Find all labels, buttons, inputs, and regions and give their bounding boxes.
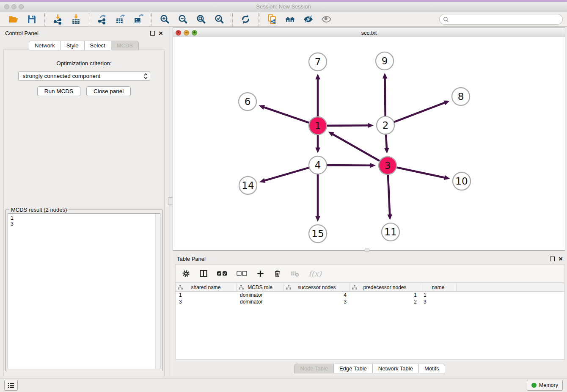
tab-edge-table[interactable]: Edge Table [333, 364, 373, 373]
first-neighbors-icon[interactable] [284, 13, 296, 25]
table-row[interactable]: 3dominator323 [176, 298, 564, 305]
cell-predecessor-nodes[interactable]: 1 [350, 292, 420, 298]
result-scrollbar[interactable] [155, 214, 160, 369]
hide-selected-icon[interactable] [302, 13, 314, 25]
edge-2-to-8[interactable] [394, 102, 446, 122]
tab-network[interactable]: Network [29, 41, 61, 50]
tab-motifs[interactable]: Motifs [418, 364, 445, 373]
edge-4-to-14[interactable] [263, 168, 308, 181]
import-table-icon[interactable] [70, 13, 82, 25]
column-header-predecessor-nodes[interactable]: predecessor nodes [350, 283, 420, 291]
graph-node-label-8: 8 [458, 91, 464, 102]
graph-node-label-1: 1 [315, 120, 321, 131]
float-table-panel-icon[interactable] [550, 257, 555, 261]
cell-predecessor-nodes[interactable]: 2 [350, 299, 420, 305]
edge-3-to-1[interactable] [332, 134, 380, 161]
criterion-selected-value: strongly connected component [23, 73, 101, 79]
select-all-checkboxes-icon[interactable] [217, 270, 228, 277]
search-input[interactable] [451, 16, 559, 23]
network-canvas[interactable]: 7968124314101511 [173, 37, 565, 250]
column-header-MCDS-role[interactable]: MCDS role [237, 283, 284, 291]
zoom-fit-icon[interactable] [195, 13, 207, 25]
run-mcds-button[interactable]: Run MCDS [37, 86, 80, 96]
column-header-successor-nodes[interactable]: successor nodes [284, 283, 350, 291]
show-all-icon[interactable] [320, 13, 333, 25]
clone-network-icon[interactable] [266, 13, 278, 25]
graph-node-label-3: 3 [385, 160, 391, 171]
export-network-icon[interactable] [96, 13, 108, 25]
edge-arrowhead [368, 123, 374, 128]
column-header-name[interactable]: name [420, 283, 457, 291]
delete-table-icon[interactable] [290, 269, 300, 278]
mcds-result-text[interactable]: 1 3 [8, 213, 160, 369]
task-history-button[interactable] [4, 380, 18, 391]
columns-icon[interactable] [199, 269, 208, 278]
toolbar-separator [151, 13, 152, 26]
edge-arrowhead [370, 163, 376, 168]
network-window-title: scc.txt [173, 30, 565, 36]
table-row[interactable]: 1dominator411 [176, 292, 564, 298]
edge-1-to-2[interactable] [327, 125, 369, 126]
cell-shared-name[interactable]: 3 [176, 299, 237, 305]
edge-3-to-11[interactable] [388, 175, 390, 216]
cell-successor-nodes[interactable]: 3 [284, 299, 350, 305]
edge-4-to-3[interactable] [327, 165, 372, 166]
deselect-all-checkboxes-icon[interactable] [237, 270, 248, 277]
cell-successor-nodes[interactable]: 4 [284, 292, 350, 298]
table-toolbar: f(x) [175, 264, 564, 283]
close-panel-button[interactable]: Close panel [86, 86, 131, 96]
control-panel-title: Control Panel [5, 30, 39, 36]
cell-name[interactable]: 3 [420, 299, 457, 305]
search-box[interactable] [439, 14, 563, 25]
memory-status-icon [531, 383, 537, 388]
edge-3-to-10[interactable] [397, 168, 446, 178]
network-window-titlebar[interactable]: × − + scc.txt [173, 28, 565, 38]
edge-2-to-3[interactable] [386, 135, 387, 149]
cell-MCDS-role[interactable]: dominator [237, 292, 284, 298]
list-icon [7, 382, 15, 389]
graph-node-label-6: 6 [245, 96, 251, 107]
search-icon [443, 17, 449, 22]
cell-name[interactable]: 1 [420, 292, 457, 298]
edge-1-to-6[interactable] [263, 107, 309, 123]
edge-arrowhead [259, 105, 265, 110]
toolbar-separator [232, 13, 233, 26]
network-graph[interactable]: 7968124314101511 [173, 37, 565, 250]
close-table-panel-icon[interactable]: × [559, 255, 563, 262]
zoom-selected-icon[interactable] [213, 13, 226, 25]
tab-network-table[interactable]: Network Table [372, 364, 419, 373]
add-row-icon[interactable] [256, 270, 264, 278]
export-table-icon[interactable] [114, 13, 127, 25]
optimization-criterion-label: Optimization criterion: [4, 60, 164, 66]
mcds-panel: Optimization criterion: strongly connect… [3, 50, 165, 376]
table-panel-header: Table Panel × [173, 252, 567, 265]
panel-splitter-grip[interactable] [168, 197, 172, 205]
tab-style[interactable]: Style [61, 41, 85, 50]
tab-node-table[interactable]: Node Table [294, 364, 334, 373]
header-filler [457, 283, 564, 291]
function-builder-icon[interactable]: f(x) [308, 269, 322, 278]
network-splitter-grip[interactable] [365, 248, 369, 252]
export-image-icon[interactable] [132, 13, 145, 25]
criterion-select[interactable]: strongly connected component [18, 71, 150, 81]
zoom-in-icon[interactable] [159, 13, 171, 25]
mcds-result-title: MCDS result (2 nodes) [9, 207, 69, 213]
cell-shared-name[interactable]: 1 [176, 292, 237, 298]
tab-select[interactable]: Select [84, 41, 111, 50]
settings-icon[interactable] [182, 269, 190, 278]
import-network-icon[interactable] [52, 13, 64, 25]
refresh-icon[interactable] [239, 13, 252, 25]
memory-button[interactable]: Memory [527, 380, 563, 391]
zoom-out-icon[interactable] [177, 13, 189, 25]
edge-2-to-9[interactable] [385, 77, 385, 116]
edge-arrowhead [315, 148, 320, 154]
close-panel-icon[interactable]: × [159, 30, 163, 37]
open-session-icon[interactable] [7, 13, 19, 25]
delete-row-icon[interactable] [273, 270, 281, 278]
save-session-icon[interactable] [25, 13, 38, 25]
table-tabs: Node TableEdge TableNetwork TableMotifs [173, 364, 567, 373]
float-panel-icon[interactable] [150, 31, 155, 36]
tab-mcds[interactable]: MCDS [111, 41, 139, 50]
column-header-shared-name[interactable]: shared name [176, 283, 237, 291]
cell-MCDS-role[interactable]: dominator [237, 299, 284, 305]
